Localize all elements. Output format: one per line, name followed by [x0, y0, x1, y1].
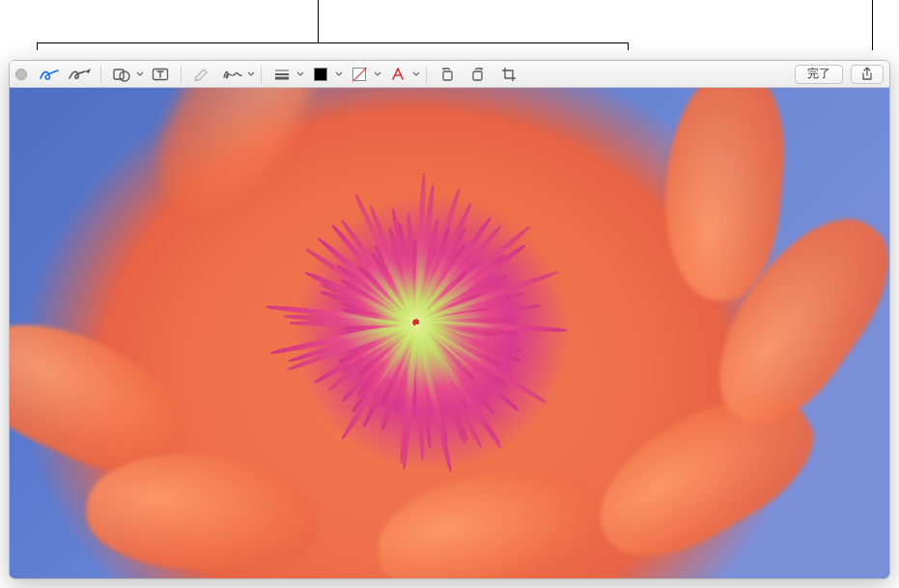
separator: [426, 66, 427, 83]
svg-point-1: [120, 71, 129, 81]
text-style-tool[interactable]: [383, 64, 412, 85]
fill-color-tool[interactable]: [306, 64, 335, 85]
shapes-dropdown[interactable]: [136, 71, 144, 77]
done-button-label: 完了: [807, 66, 830, 82]
share-icon: [860, 67, 874, 81]
share-button[interactable]: [851, 65, 884, 84]
sign-dropdown[interactable]: [247, 71, 255, 77]
callout-tick-left: [37, 42, 38, 50]
text-style-dropdown[interactable]: [412, 71, 420, 77]
flower-petal: [368, 455, 616, 578]
callout-line-tools: [318, 0, 319, 42]
sketch-tool[interactable]: [35, 64, 64, 85]
separator: [261, 66, 262, 83]
separator: [100, 66, 101, 83]
rotate-right-tool[interactable]: [464, 64, 492, 85]
image-canvas[interactable]: [10, 88, 889, 578]
shape-style-tool[interactable]: [267, 64, 296, 85]
callout-bracket-tools: [37, 42, 629, 43]
close-button[interactable]: [15, 69, 27, 80]
svg-rect-6: [443, 71, 452, 80]
border-color-dropdown[interactable]: [374, 71, 381, 77]
fill-color-dropdown[interactable]: [335, 71, 343, 77]
highlight-tool[interactable]: [187, 64, 216, 85]
svg-rect-0: [114, 70, 124, 79]
done-button[interactable]: 完了: [795, 65, 843, 84]
svg-rect-7: [473, 71, 482, 80]
markup-window: 完了: [9, 60, 890, 579]
fill-color-swatch: [314, 68, 327, 81]
flower-center: [414, 323, 416, 325]
callout-line-share: [872, 0, 873, 50]
shapes-tool[interactable]: [107, 64, 136, 85]
callout-tick-right: [628, 42, 629, 50]
draw-tool[interactable]: [66, 64, 95, 85]
shape-style-dropdown[interactable]: [296, 71, 304, 77]
rotate-left-tool[interactable]: [433, 64, 462, 85]
sign-tool[interactable]: [218, 64, 247, 85]
separator: [181, 66, 182, 83]
text-tool[interactable]: [146, 64, 175, 85]
markup-toolbar: 完了: [10, 61, 889, 88]
crop-tool[interactable]: [494, 64, 523, 85]
flower-petal: [133, 88, 350, 237]
border-color-tool[interactable]: [345, 64, 374, 85]
border-color-swatch: [352, 68, 366, 81]
